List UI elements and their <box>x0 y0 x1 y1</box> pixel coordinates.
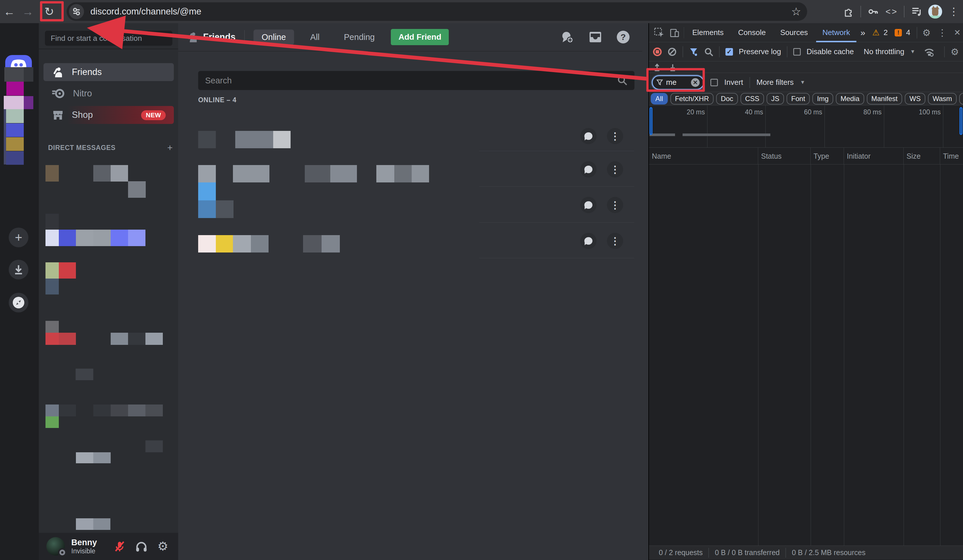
clear-network-icon[interactable] <box>668 47 677 57</box>
sidebar-item-friends[interactable]: Friends <box>44 63 174 81</box>
more-filters-dropdown-icon[interactable]: ▼ <box>800 79 806 86</box>
censor-block <box>24 67 33 82</box>
disable-cache-checkbox[interactable] <box>793 48 801 56</box>
filter-pill-manifest[interactable]: Manifest <box>867 93 903 105</box>
censor-block <box>216 201 233 218</box>
timeline-selection-handle[interactable] <box>960 107 962 135</box>
sidebar-item-shop[interactable]: Shop NEW <box>44 106 174 124</box>
preserve-log-checkbox[interactable]: ✓ <box>725 48 733 56</box>
filter-pill-js[interactable]: JS <box>767 93 784 105</box>
site-info-icon[interactable] <box>69 4 84 19</box>
dev-code-icon[interactable]: <> <box>882 6 901 16</box>
friend-more-button[interactable]: ⋮ <box>607 197 623 213</box>
media-playlist-icon[interactable] <box>907 6 926 17</box>
network-conditions-icon[interactable] <box>924 47 934 57</box>
network-overview-timeline[interactable]: 20 ms40 ms60 ms80 ms100 ms <box>649 105 963 148</box>
censor-block <box>273 131 290 148</box>
friend-more-button[interactable]: ⋮ <box>607 128 623 144</box>
filter-pill-font[interactable]: Font <box>786 93 810 105</box>
help-icon[interactable]: ? <box>617 31 629 44</box>
friends-header-icon <box>187 31 198 43</box>
add-friend-button[interactable]: Add Friend <box>391 29 449 45</box>
bookmark-star-icon[interactable]: ☆ <box>787 5 806 18</box>
chat-bubble-icon <box>584 237 592 245</box>
filter-pill-fetch-xhr[interactable]: Fetch/XHR <box>670 93 713 105</box>
dm-section-header[interactable]: DIRECT MESSAGES + <box>48 142 173 153</box>
user-panel: Benny Invisible ⚙ <box>39 533 178 560</box>
devtools-settings-gear-icon[interactable]: ⚙ <box>922 27 931 38</box>
user-settings-gear-icon[interactable]: ⚙ <box>157 540 168 552</box>
requests-table-body[interactable] <box>649 165 963 545</box>
friends-search-input[interactable]: Search <box>198 71 634 90</box>
timeline-tick-label: 20 ms <box>687 108 707 116</box>
filter-pill-css[interactable]: CSS <box>741 93 764 105</box>
column-header-size[interactable]: Size <box>904 148 940 165</box>
column-header-initiator[interactable]: Initiator <box>844 148 904 165</box>
friend-more-button[interactable]: ⋮ <box>607 161 623 178</box>
tab-elements[interactable]: Elements <box>686 23 730 42</box>
filter-pill-media[interactable]: Media <box>836 93 864 105</box>
user-name-block[interactable]: Benny Invisible <box>71 538 97 555</box>
create-dm-plus-icon[interactable]: + <box>167 142 173 153</box>
deafen-headphones-icon[interactable] <box>135 541 148 552</box>
filter-pill-wasm[interactable]: Wasm <box>928 93 957 105</box>
censor-block <box>45 262 59 278</box>
tab-network[interactable]: Network <box>816 23 856 42</box>
profile-avatar[interactable] <box>926 5 944 19</box>
add-server-button[interactable]: + <box>9 228 28 247</box>
filter-pill-all[interactable]: All <box>651 93 668 105</box>
devtools-close-icon[interactable]: ✕ <box>954 28 961 37</box>
tab-online[interactable]: Online <box>253 29 294 45</box>
column-header-status[interactable]: Status <box>758 148 811 165</box>
network-settings-gear-icon[interactable]: ⚙ <box>950 46 959 57</box>
back-icon[interactable]: ← <box>0 5 19 18</box>
invert-checkbox[interactable] <box>710 79 718 86</box>
user-avatar[interactable] <box>46 537 65 556</box>
filter-pill-doc[interactable]: Doc <box>716 93 738 105</box>
censor-block <box>45 405 59 416</box>
extensions-icon[interactable] <box>839 6 858 17</box>
column-header-type[interactable]: Type <box>811 148 844 165</box>
find-conversation-button[interactable]: Find or start a conversation <box>45 31 172 46</box>
message-friend-button[interactable] <box>580 161 597 178</box>
mic-muted-icon[interactable] <box>114 541 125 552</box>
explore-servers-button[interactable] <box>9 293 28 312</box>
throttling-select[interactable]: No throttling <box>864 47 904 56</box>
browser-menu-icon[interactable]: ⋮ <box>944 5 963 18</box>
tab-console[interactable]: Console <box>732 23 772 42</box>
inbox-icon[interactable] <box>589 31 602 44</box>
sidebar-item-nitro[interactable]: Nitro <box>44 84 174 102</box>
warning-icon[interactable]: ⚠ <box>872 28 880 37</box>
forward-icon[interactable]: → <box>19 5 37 18</box>
tab-pending[interactable]: Pending <box>336 29 383 45</box>
status-segment: 0 / 2 requests <box>653 548 709 558</box>
issues-icon[interactable]: ! <box>895 29 902 37</box>
filter-pill-img[interactable]: Img <box>812 93 833 105</box>
more-tabs-icon[interactable]: » <box>858 23 868 42</box>
tab-all[interactable]: All <box>302 29 327 45</box>
new-group-dm-icon[interactable] <box>561 31 574 44</box>
inspect-element-icon[interactable] <box>653 27 665 39</box>
filter-toggle-icon[interactable] <box>689 47 698 57</box>
tab-sources[interactable]: Sources <box>774 23 814 42</box>
friend-more-button[interactable]: ⋮ <box>607 233 623 249</box>
filter-pill-other[interactable]: Other <box>959 93 963 105</box>
network-search-icon[interactable] <box>704 47 713 57</box>
record-network-icon[interactable] <box>653 47 662 56</box>
address-bar[interactable]: discord.com/channels/@me ☆ <box>66 2 807 21</box>
download-apps-button[interactable] <box>9 260 28 279</box>
devtools-menu-icon[interactable]: ⋮ <box>938 27 947 38</box>
message-friend-button[interactable] <box>580 197 597 213</box>
more-filters-button[interactable]: More filters <box>756 78 794 87</box>
message-friend-button[interactable] <box>580 128 597 144</box>
device-toolbar-icon[interactable] <box>669 27 680 39</box>
filter-pill-ws[interactable]: WS <box>905 93 925 105</box>
devtools-panel: Elements Console Sources Network » ⚠ 2 !… <box>648 23 963 560</box>
timeline-selection-handle[interactable] <box>650 107 652 135</box>
throttling-dropdown-icon[interactable]: ▼ <box>910 49 915 55</box>
url-text[interactable]: discord.com/channels/@me <box>91 6 787 17</box>
password-key-icon[interactable] <box>864 6 882 17</box>
message-friend-button[interactable] <box>580 233 597 249</box>
column-header-name[interactable]: Name <box>649 148 758 165</box>
column-header-time[interactable]: Time <box>940 148 963 165</box>
